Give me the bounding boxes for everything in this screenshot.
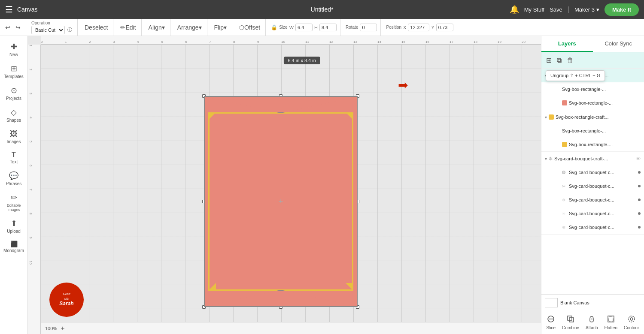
layers-list[interactable]: ▾ Svg-box-rectangle-craft... Svg-box-rec… [541,69,644,294]
layer-1b[interactable]: Svg-box-rectangle-... [541,96,644,110]
layer-1a[interactable]: Svg-box-rectangle-... [541,82,644,96]
blank-canvas-preview [545,298,558,307]
sidebar-item-monogram-label: Monogram [3,248,24,253]
panel-bottom-toolbar: Slice Combine Attach [541,311,644,334]
flip-group: Flip ▾ [213,19,233,36]
edit-button[interactable]: ✏ Edit [118,23,137,32]
arrange-button[interactable]: Arrange ▾ [176,23,204,32]
align-group: Align ▾ [147,19,170,36]
zoom-add-button[interactable]: + [61,325,64,332]
operation-info-button[interactable]: ⓘ [66,26,74,34]
ungroup-tooltip: Ungroup ⇧ + CTRL + G [546,70,605,81]
grid-canvas[interactable]: 6.4 in x 8.4 in ➡ [41,45,541,334]
combine-tool[interactable]: Combine [559,314,582,331]
operation-select[interactable]: Basic Cut [31,26,65,34]
canvas-area[interactable]: 0 1 2 3 4 5 6 7 8 9 10 11 12 13 14 15 16… [28,36,541,334]
new-icon: ✚ [11,42,17,51]
make-it-button[interactable]: Make It [605,3,639,16]
images-icon: 🖼 [10,129,18,138]
my-stuff-link[interactable]: My Stuff [524,6,544,13]
sidebar-item-phrases[interactable]: 💬 Phrases [2,169,26,189]
layer-3b[interactable]: ✂ Svg-card-bouquet-c... [541,179,644,193]
layer-3a-label: Svg-card-bouquet-c... [569,170,636,175]
design-top-flap [205,97,357,113]
flip-button[interactable]: Flip ▾ [213,23,229,32]
layer-2b[interactable]: Svg-box-rectangle-... [541,138,644,151]
size-group: 🔒 Size W H [271,19,340,36]
layer-3c[interactable]: ❄ Svg-card-bouquet-c... [541,193,644,207]
layer-3e-label: Svg-card-bouquet-c... [569,225,636,230]
size-h-input[interactable] [319,24,337,31]
layer-3e[interactable]: ❅ Svg-card-bouquet-c... [541,220,644,234]
document-name[interactable]: Untitled* [311,6,334,13]
tab-color-sync[interactable]: Color Sync [593,36,644,52]
layer-3a-indicator [638,171,641,174]
layer-1b-color-dot [562,100,567,105]
layer-2a[interactable]: Svg-box-rectangle-... [541,124,644,138]
topbar: ☰ Canvas Untitled* 🔔 My Stuff Save | Mak… [0,0,644,19]
sidebar-item-upload-label: Upload [7,229,21,234]
layer-2a-label: Svg-box-rectangle-... [562,128,641,133]
design-canvas-element[interactable]: + [204,96,358,307]
group3-eye-icon[interactable]: 👁 [636,156,641,161]
layer-group-2-header[interactable]: ▾ Svg-box-rectangle-craft... [541,110,644,124]
menu-icon[interactable]: ☰ [5,4,13,15]
sidebar-item-shapes[interactable]: ◇ Shapes [2,105,26,125]
sidebar-item-templates[interactable]: ⊞ Templates [2,61,26,81]
contour-label: Contour [624,325,639,330]
redo-button[interactable]: ↪ [14,23,22,32]
slice-label: Slice [546,325,556,330]
group3-chevron-icon[interactable]: ▾ [545,156,547,161]
sidebar-item-monogram[interactable]: ⬛ Monogram [2,238,26,256]
corner-tl [208,112,216,120]
edit-icon: ✏ [120,24,125,31]
layer-3c-indicator [638,199,641,201]
group-button[interactable]: ⊞ [545,55,553,66]
layer-3d[interactable]: ✳ Svg-card-bouquet-c... [541,207,644,220]
position-x-input[interactable] [408,24,429,31]
layer-group-3-header[interactable]: ▾ ✼ Svg-card-bouquet-craft-... 👁 [541,152,644,165]
arrow-indicator: ➡ [398,78,408,92]
group2-color-dot [549,114,554,120]
sidebar-item-images[interactable]: 🖼 Images [2,127,26,147]
sidebar-item-projects[interactable]: ⊙ Projects [2,83,26,103]
offset-button[interactable]: ⬡ Offset [237,23,262,32]
sidebar-item-shapes-label: Shapes [6,118,21,123]
layer-3d-asterisk-icon: ✳ [562,211,565,216]
copy-button[interactable]: ⧉ [556,55,563,66]
layer-3c-label: Svg-card-bouquet-c... [569,197,636,202]
size-h-label: H [314,25,318,30]
group3-label: Svg-card-bouquet-craft-... [554,156,634,161]
sidebar-item-text[interactable]: T Text [2,148,26,167]
rotate-input[interactable] [360,24,377,31]
sidebar-item-new[interactable]: ✚ New [2,39,26,60]
contour-icon [628,315,635,325]
panel-tabs: Layers Color Sync [541,36,644,52]
align-button[interactable]: Align ▾ [147,23,167,32]
attach-tool[interactable]: Attach [583,314,600,331]
flatten-tool[interactable]: Flatten [601,314,620,331]
position-y-label: Y [431,25,434,30]
sidebar-item-upload[interactable]: ⬆ Upload [2,216,26,236]
flatten-icon [607,315,615,325]
tab-layers[interactable]: Layers [541,36,593,52]
logo-craft: Craft [63,292,70,296]
size-w-input[interactable] [295,24,313,31]
slice-tool[interactable]: Slice [544,314,558,331]
combine-icon [567,315,574,325]
layer-3a[interactable]: Svg-card-bouquet-c... [541,165,644,179]
position-y-input[interactable] [436,24,453,31]
group2-chevron-icon[interactable]: ▾ [545,115,547,120]
delete-button[interactable]: 🗑 [565,55,575,66]
save-link[interactable]: Save [550,6,562,13]
flatten-label: Flatten [604,325,617,330]
bell-icon[interactable]: 🔔 [510,5,519,14]
contour-tool[interactable]: Contour [621,314,642,331]
sidebar-item-editable-images[interactable]: ✏ Editable Images [2,190,26,214]
topbar-divider: | [568,6,569,13]
design-outer-box: + [204,96,358,307]
zoom-level: 100% [45,326,57,331]
machine-selector[interactable]: Maker 3 ▾ [574,6,599,13]
deselect-button[interactable]: Deselect [83,23,109,32]
undo-button[interactable]: ↩ [3,23,12,32]
